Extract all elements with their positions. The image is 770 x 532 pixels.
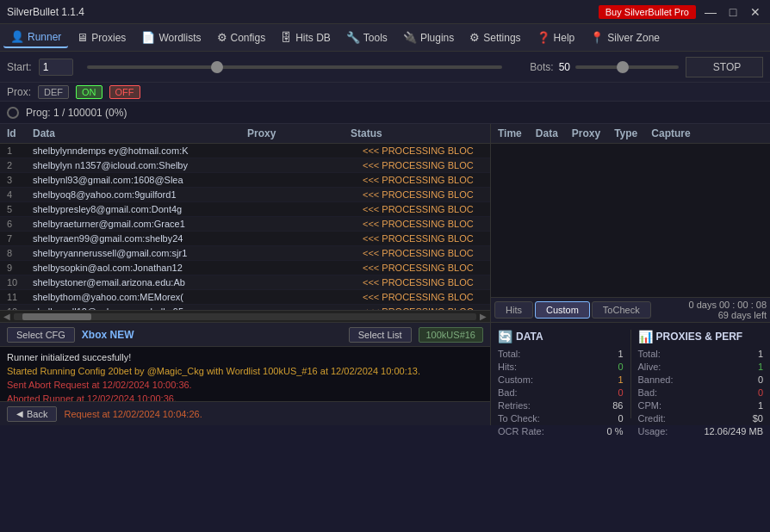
menu-item-silverzone[interactable]: 📍 Silver Zone [583, 28, 667, 47]
cell-data: shelbylyn n1357@icloud.com:Shelby [33, 160, 259, 170]
menu-item-settings[interactable]: ⚙ Settings [463, 28, 527, 47]
perf-stats-rows: Total: 1 Alive: 1 Banned: 0 Bad: 0 CPM: … [638, 349, 764, 436]
proxy-off-toggle[interactable]: OFF [109, 85, 140, 99]
start-slider[interactable] [87, 65, 503, 69]
stats-divider [630, 330, 631, 418]
cell-id: 10 [7, 277, 33, 288]
stat-value: $0 [753, 413, 763, 424]
bottom-area: Select CFG Xbox NEW Select List 100kUS#1… [0, 322, 770, 425]
cell-data: shelbystoner@email.arizona.edu:Ab [33, 277, 259, 288]
select-cfg-button[interactable]: Select CFG [7, 327, 75, 343]
cell-id: 6 [7, 219, 33, 229]
menu-item-proxies[interactable]: 🖥 Proxies [70, 28, 133, 47]
perf-stats-title: 📊 PROXIES & PERF [638, 330, 764, 343]
data-stats-title: 🔄 DATA [498, 330, 624, 343]
main-content: Id Data Proxy Status 1 shelbylynndemps e… [0, 124, 770, 322]
app-title: SilverBullet 1.1.4 [7, 6, 84, 18]
hits-col-proxy: Proxy [572, 127, 600, 139]
menu-label-silverzone: Silver Zone [607, 32, 660, 44]
menu-label-help: Help [554, 32, 575, 44]
menu-item-wordlists[interactable]: 📄 Wordlists [134, 28, 208, 47]
stat-label: CPM: [638, 400, 662, 411]
perf-stats-col: 📊 PROXIES & PERF Total: 1 Alive: 1 Banne… [638, 330, 764, 418]
stat-label: Credit: [638, 413, 666, 424]
table-row[interactable]: 6 shelbyraeturner@gmail.com:Grace1 <<< P… [0, 217, 490, 232]
col-header-data: Data [33, 127, 247, 139]
back-label: Back [27, 409, 47, 419]
bots-slider-thumb[interactable] [617, 61, 629, 73]
cell-id: 5 [7, 204, 33, 214]
stat-value: 1 [758, 349, 763, 359]
cell-id: 4 [7, 189, 33, 200]
menu-item-help[interactable]: ❓ Help [530, 28, 582, 47]
progress-row: Prog: 1 / 100001 (0%) [0, 102, 770, 124]
menu-label-hitsdb: Hits DB [295, 32, 331, 44]
table-row[interactable]: 9 shelbysopkin@aol.com:Jonathan12 <<< PR… [0, 261, 490, 275]
menu-item-tools[interactable]: 🔧 Tools [339, 28, 394, 47]
bots-value: 50 [559, 61, 570, 73]
table-row[interactable]: 4 shelbyoq8@yahoo.com:9guilford1 <<< PRO… [0, 188, 490, 202]
table-row[interactable]: 8 shelbyryannerussell@gmail.com:sjr1 <<<… [0, 246, 490, 261]
cell-data: shelbysopkin@aol.com:Jonathan12 [33, 263, 259, 273]
menu-label-configs: Configs [231, 32, 266, 44]
table-row[interactable]: 2 shelbylyn n1357@icloud.com:Shelby <<< … [0, 158, 490, 173]
tabs-row: Hits Custom ToCheck 0 days 00 : 00 : 08 … [491, 297, 770, 322]
table-row[interactable]: 10 shelbystoner@email.arizona.edu:Ab <<<… [0, 275, 490, 290]
stop-button[interactable]: STOP [686, 57, 763, 77]
tools-icon: 🔧 [346, 31, 360, 44]
cell-status: <<< PROCESSING BLOC [363, 219, 483, 229]
close-button[interactable]: ✕ [748, 5, 763, 19]
table-row[interactable]: 3 shelbynl93@gmail.com:1608@Slea <<< PRO… [0, 173, 490, 188]
start-slider-thumb[interactable] [211, 61, 223, 73]
tab-hits[interactable]: Hits [494, 301, 533, 319]
table-row[interactable]: 7 shelbyraen99@gmail.com:shelby24 <<< PR… [0, 232, 490, 246]
table-row[interactable]: 1 shelbylynndemps ey@hotmail.com:K <<< P… [0, 144, 490, 158]
settings-icon: ⚙ [469, 31, 480, 44]
stat-label: Usage: [638, 426, 668, 436]
minimize-button[interactable]: — [703, 5, 718, 19]
stat-label: Bad: [638, 387, 658, 398]
title-bar: SilverBullet 1.1.4 Buy SilverBullet Pro … [0, 0, 770, 24]
hscroll-thumb[interactable] [22, 313, 91, 320]
table-row[interactable]: 5 shelbypresley8@gmail.com:Dont4g <<< PR… [0, 202, 490, 217]
perf-stats-icon: 📊 [638, 330, 653, 343]
horizontal-scrollbar[interactable]: ◀ ▶ [0, 310, 490, 322]
menu-item-plugins[interactable]: 🔌 Plugins [396, 28, 461, 47]
configs-icon: ⚙ [217, 31, 227, 44]
left-bottom-panel: Select CFG Xbox NEW Select List 100kUS#1… [0, 323, 491, 425]
tab-custom[interactable]: Custom [535, 301, 590, 319]
start-input[interactable] [39, 59, 73, 76]
hscroll-track[interactable] [14, 313, 476, 320]
select-list-button[interactable]: Select List [349, 327, 412, 343]
cell-data: shelbythom@yahoo.com:MEMorex( [33, 292, 259, 302]
proxies-icon: 🖥 [77, 31, 88, 44]
buy-button[interactable]: Buy SilverBullet Pro [599, 5, 696, 19]
stat-row: CPM: 1 [638, 400, 764, 411]
wordlist-badge: 100kUS#16 [419, 327, 484, 343]
menu-label-plugins: Plugins [420, 32, 454, 44]
stat-value: 0 [618, 362, 623, 372]
menu-item-runner[interactable]: 👤 Runner [3, 27, 68, 48]
cell-status: <<< PROCESSING BLOC [363, 204, 483, 214]
table-header: Id Data Proxy Status [0, 124, 490, 144]
stat-row: Retries: 86 [498, 400, 624, 411]
maximize-button[interactable]: □ [725, 5, 741, 19]
bots-slider[interactable] [575, 65, 679, 69]
stat-row: Credit: $0 [638, 413, 764, 424]
stat-label: Banned: [638, 374, 674, 385]
proxy-on-toggle[interactable]: ON [76, 85, 102, 99]
stat-row: Custom: 1 [498, 374, 624, 385]
cell-status: <<< PROCESSING BLOC [363, 263, 483, 273]
plugins-icon: 🔌 [403, 31, 417, 44]
menu-item-configs[interactable]: ⚙ Configs [210, 28, 273, 47]
stat-value: 1 [758, 400, 763, 411]
tab-tocheck[interactable]: ToCheck [592, 301, 651, 319]
cell-id: 8 [7, 248, 33, 258]
table-row[interactable]: 11 shelbythom@yahoo.com:MEMorex( <<< PRO… [0, 290, 490, 305]
back-button[interactable]: Back [7, 406, 57, 422]
hits-panel: Time Data Proxy Type Capture Hits Custom… [491, 124, 770, 322]
menu-item-hitsdb[interactable]: 🗄 Hits DB [274, 28, 338, 47]
stat-label: Bad: [498, 387, 518, 398]
stat-row: Usage: 12.06/249 MB [638, 426, 764, 436]
proxy-def-toggle[interactable]: DEF [38, 85, 69, 99]
